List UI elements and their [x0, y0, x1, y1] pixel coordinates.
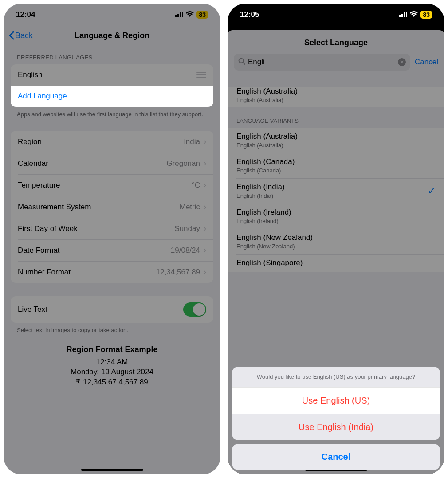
nav-bar: Back Language & Region: [4, 26, 220, 45]
status-time: 12:04: [16, 10, 35, 19]
calendar-row[interactable]: Calendar Gregorian›: [11, 153, 213, 174]
add-language-row[interactable]: Add Language...: [11, 86, 213, 107]
search-input[interactable]: Engli ✕: [234, 54, 410, 71]
search-cancel-button[interactable]: Cancel: [415, 58, 438, 67]
select-language-sheet: Select Language Engli ✕ Cancel Englis: [228, 30, 444, 474]
list-item[interactable]: English (India)English (India)✓: [228, 178, 444, 204]
back-button[interactable]: Back: [9, 31, 33, 40]
status-time: 12:05: [240, 10, 259, 19]
language-english-row[interactable]: English: [11, 64, 213, 86]
date-format-row[interactable]: Date Format 19/08/24›: [11, 239, 213, 261]
region-row[interactable]: Region India›: [11, 131, 213, 153]
status-bar: 12:05 83: [228, 4, 444, 26]
action-sheet-cancel-button[interactable]: Cancel: [232, 444, 440, 470]
live-text-row: Live Text: [11, 296, 213, 323]
language-region-screen: 12:04 83 Back Language & Region PREFERRE…: [4, 4, 220, 474]
chevron-right-icon: ›: [204, 202, 206, 212]
status-bar: 12:04 83: [4, 4, 220, 26]
svg-rect-6: [404, 12, 405, 17]
action-sheet-message: Would you like to use English (US) as yo…: [232, 367, 440, 387]
home-indicator[interactable]: [81, 469, 143, 471]
number-format-row[interactable]: Number Format 12,34,567.89›: [11, 261, 213, 283]
measurement-row[interactable]: Measurement System Metric›: [11, 196, 213, 218]
chevron-right-icon: ›: [204, 224, 206, 233]
action-sheet: Would you like to use English (US) as yo…: [232, 367, 440, 470]
temperature-row[interactable]: Temperature °C›: [11, 174, 213, 196]
sheet-title: Select Language: [228, 30, 444, 54]
chevron-right-icon: ›: [204, 137, 206, 146]
battery-badge: 83: [196, 11, 208, 19]
list-item[interactable]: English (Singapore): [228, 254, 444, 272]
wifi-icon: [186, 10, 194, 19]
chevron-right-icon: ›: [204, 159, 206, 168]
preferred-languages-header: PREFERRED LANGUAGES: [4, 45, 220, 64]
list-item[interactable]: English (Ireland)English (Ireland): [228, 204, 444, 229]
list-item[interactable]: English (New Zealand)English (New Zealan…: [228, 229, 444, 254]
svg-rect-2: [180, 12, 181, 17]
use-english-us-button[interactable]: Use English (US): [232, 387, 440, 414]
live-text-footer: Select text in images to copy or take ac…: [4, 323, 220, 338]
svg-line-9: [243, 63, 245, 65]
cellular-icon: [399, 10, 407, 19]
page-title: Language & Region: [75, 31, 149, 40]
list-item[interactable]: English (Australia) English (Australia): [228, 87, 444, 107]
use-english-india-button[interactable]: Use English (India): [232, 414, 440, 440]
battery-badge: 83: [420, 11, 432, 19]
first-day-row[interactable]: First Day of Week Sunday›: [11, 218, 213, 239]
wifi-icon: [410, 10, 418, 19]
region-format-example: Region Format Example 12:34 AM Monday, 1…: [4, 338, 220, 395]
language-variants-header: LANGUAGE VARIANTS: [228, 107, 444, 128]
select-language-screen: 12:05 83 Select Language: [228, 4, 444, 474]
svg-rect-1: [177, 14, 179, 17]
preferred-footer: Apps and websites will use the first lan…: [4, 107, 220, 122]
cellular-icon: [175, 10, 183, 19]
checkmark-icon: ✓: [428, 185, 436, 197]
svg-rect-4: [399, 15, 401, 17]
live-text-toggle[interactable]: [183, 302, 206, 317]
search-icon: [238, 58, 245, 67]
chevron-right-icon: ›: [204, 246, 206, 255]
chevron-right-icon: ›: [204, 267, 206, 277]
list-item[interactable]: English (Australia)English (Australia): [228, 128, 444, 153]
svg-rect-0: [175, 15, 177, 17]
list-item[interactable]: English (Canada)English (Canada): [228, 153, 444, 178]
chevron-right-icon: ›: [204, 180, 206, 190]
clear-search-icon[interactable]: ✕: [398, 58, 406, 66]
svg-rect-3: [182, 12, 183, 17]
svg-rect-7: [406, 12, 407, 17]
reorder-icon[interactable]: [196, 72, 206, 78]
svg-rect-5: [401, 14, 403, 17]
